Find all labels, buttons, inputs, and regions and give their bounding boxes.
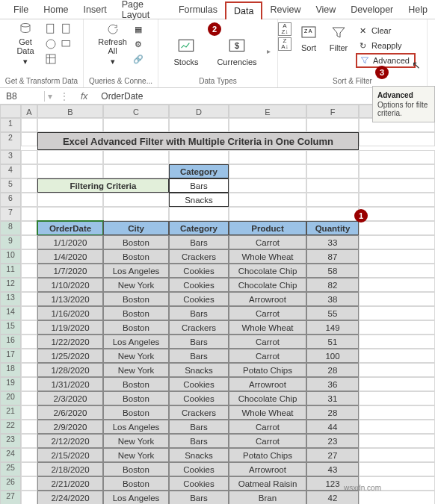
- filter-icon: [330, 24, 348, 42]
- conn-icon[interactable]: ▦: [132, 22, 145, 36]
- doc2-icon[interactable]: [60, 22, 73, 36]
- tab-file[interactable]: File: [6, 1, 36, 18]
- group-label-datatypes: Data Types: [199, 77, 236, 87]
- worksheet-grid[interactable]: ABCDEF12Excel Advanced Filter with Multi…: [0, 105, 435, 504]
- callout-3: 3: [375, 66, 389, 79]
- tab-help[interactable]: Help: [401, 1, 435, 18]
- refresh-all-button[interactable]: Refresh All▾: [97, 21, 129, 66]
- ribbon-tabs: File Home Insert Page Layout Formulas Da…: [0, 0, 435, 19]
- cursor-icon: ↖: [412, 59, 421, 71]
- tooltip-advanced: Advanced Options for filte criteria.: [372, 86, 435, 122]
- clear-icon: ✕: [356, 24, 369, 37]
- svg-rect-4: [62, 41, 70, 47]
- fx-icon[interactable]: fx: [73, 91, 95, 102]
- dropdown-icon[interactable]: ▾: [45, 91, 55, 102]
- watermark: wsxdn.com: [344, 484, 381, 492]
- filter-label: Filter: [330, 43, 348, 52]
- refresh-icon: [106, 22, 120, 36]
- tab-home[interactable]: Home: [36, 1, 75, 18]
- advanced-button[interactable]: Advanced: [356, 53, 416, 68]
- clear-button[interactable]: ✕Clear: [356, 24, 427, 37]
- stocks-label: Stocks: [173, 57, 198, 66]
- sort-label: Sort: [301, 43, 316, 52]
- reapply-button[interactable]: ↻Reapply: [356, 39, 427, 52]
- refresh-label: Refresh All: [98, 37, 127, 55]
- group-label-queries: Queries & Conne...: [89, 77, 152, 87]
- name-box[interactable]: B8: [0, 91, 45, 102]
- sort-za-button[interactable]: ZA↓: [278, 37, 291, 51]
- link-icon[interactable]: 🔗: [132, 52, 145, 66]
- tab-view[interactable]: View: [308, 1, 343, 18]
- tab-insert[interactable]: Insert: [76, 1, 114, 18]
- tooltip-title: Advanced: [377, 91, 430, 99]
- callout-2: 2: [208, 22, 221, 36]
- web-icon[interactable]: [44, 37, 58, 51]
- tab-data[interactable]: Data: [225, 1, 262, 19]
- sort-za-icon: ZA↓: [278, 37, 291, 51]
- stocks-button[interactable]: Stocks: [165, 35, 207, 66]
- get-data-button[interactable]: Get Data▾: [10, 21, 41, 66]
- advanced-label: Advanced: [373, 56, 410, 65]
- formula-bar: B8 ▾ ⋮ fx OrderDate: [0, 88, 435, 105]
- svg-rect-1: [47, 24, 54, 33]
- svg-rect-5: [46, 55, 55, 63]
- callout-1: 1: [354, 209, 368, 223]
- database-icon: [19, 22, 32, 36]
- svg-text:$: $: [235, 42, 239, 51]
- reapply-icon: ↻: [356, 39, 369, 52]
- filter-button[interactable]: Filter: [326, 22, 351, 52]
- doc-icon[interactable]: [44, 22, 58, 36]
- sort-button[interactable]: Z A Sort: [296, 22, 321, 52]
- sort-icon: Z A: [300, 24, 318, 42]
- currencies-button[interactable]: $ Currencies: [215, 35, 259, 66]
- stocks-icon: [176, 37, 196, 56]
- svg-point-0: [21, 24, 30, 28]
- svg-rect-6: [179, 40, 194, 52]
- funnel-icon: [360, 55, 370, 66]
- svg-text:Z A: Z A: [304, 28, 312, 34]
- currencies-icon: $: [227, 37, 247, 56]
- sort-az-icon: AZ↓: [278, 22, 291, 36]
- svg-rect-2: [63, 24, 70, 33]
- svg-point-3: [46, 40, 55, 49]
- currencies-label: Currencies: [217, 57, 256, 66]
- tab-review[interactable]: Review: [262, 1, 308, 18]
- get-data-label: Get Data: [16, 37, 34, 55]
- group-label-sortfilter: Sort & Filter: [333, 77, 372, 87]
- sort-az-button[interactable]: AZ↓: [278, 22, 291, 36]
- prop-icon[interactable]: ⚙: [132, 37, 145, 51]
- tab-developer[interactable]: Developer: [343, 1, 401, 18]
- existing-icon[interactable]: [60, 37, 73, 51]
- formula-text[interactable]: OrderDate: [95, 91, 143, 102]
- tooltip-body: Options for filte criteria.: [377, 101, 430, 117]
- group-label-transform: Get & Transform Data: [5, 77, 78, 87]
- table-icon[interactable]: [44, 52, 58, 66]
- tab-formulas[interactable]: Formulas: [171, 1, 225, 18]
